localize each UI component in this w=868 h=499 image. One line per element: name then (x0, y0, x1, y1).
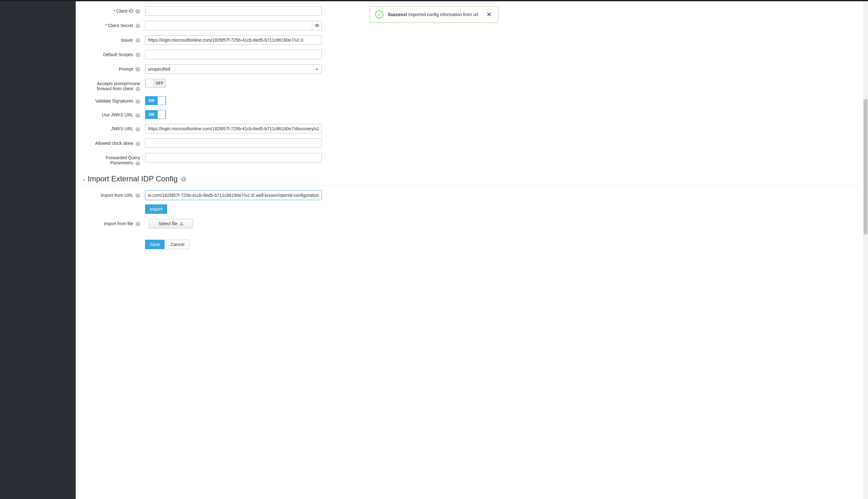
section-import-external-idp[interactable]: ⌄ Import External IDP Config ? (82, 174, 862, 185)
help-icon[interactable]: ? (136, 99, 140, 104)
close-icon[interactable]: ✕ (485, 11, 493, 18)
main-content: *Client ID ? *Client Secret ? Iss (76, 1, 868, 499)
label-import-url: Import from URL ? (82, 191, 145, 198)
label-issuer: Issuer ? (82, 35, 145, 42)
help-icon[interactable]: ? (181, 177, 186, 182)
required-marker: * (105, 23, 107, 28)
field-prompt: Prompt ? unspecified (82, 64, 862, 74)
select-file-button[interactable]: Select file (149, 219, 193, 228)
help-icon[interactable]: ? (136, 127, 140, 132)
help-icon[interactable]: ? (136, 24, 140, 28)
label-prompt: Prompt ? (82, 64, 145, 72)
field-clock-skew: Allowed clock skew ? (82, 138, 862, 148)
field-import-file: Import from file ? Select file (82, 219, 862, 228)
toggle-handle (157, 97, 166, 105)
label-client-secret: *Client Secret ? (82, 21, 145, 28)
action-row: Save Cancel (82, 233, 862, 249)
help-icon[interactable]: ? (136, 67, 140, 72)
label-jwks-url: JWKS URL ? (82, 124, 145, 131)
help-icon[interactable]: ? (136, 87, 140, 91)
field-fwd-query: Forwarded Query Parameters ? (82, 153, 862, 165)
scrollbar[interactable] (863, 1, 868, 499)
required-marker: * (113, 9, 115, 14)
toggle-handle (157, 110, 166, 119)
toggle-handle (145, 79, 154, 87)
field-issuer: Issuer ? (82, 35, 862, 45)
help-icon[interactable]: ? (136, 53, 140, 57)
chevron-down-icon: ⌄ (82, 176, 86, 181)
help-icon[interactable]: ? (136, 142, 140, 146)
cancel-button[interactable]: Cancel (166, 240, 189, 249)
field-accepts-prompt: Accepts prompt=none forward from client … (82, 79, 862, 91)
svg-point-0 (316, 25, 318, 26)
accepts-prompt-toggle[interactable]: OFF (145, 79, 166, 88)
import-url-input[interactable] (145, 191, 322, 200)
sidebar (0, 1, 76, 499)
label-accepts-prompt: Accepts prompt=none forward from client … (82, 79, 145, 91)
toggle-label: ON (145, 112, 157, 117)
field-import-url: Import from URL ? Import (82, 191, 862, 214)
label-clock-skew: Allowed clock skew ? (82, 138, 145, 146)
default-scopes-input[interactable] (145, 50, 322, 59)
field-jwks-url: JWKS URL ? (82, 124, 862, 133)
help-icon[interactable]: ? (136, 161, 140, 166)
jwks-url-input[interactable] (145, 124, 322, 133)
toggle-label: OFF (154, 81, 166, 85)
help-icon[interactable]: ? (136, 193, 140, 198)
help-icon[interactable]: ? (136, 38, 140, 42)
success-alert: Success! Imported config information fro… (370, 6, 498, 23)
fwd-query-input[interactable] (145, 153, 322, 162)
help-icon[interactable]: ? (136, 222, 140, 226)
client-id-input[interactable] (145, 6, 322, 16)
toggle-label: ON (145, 98, 157, 103)
label-import-file: Import from file ? (82, 219, 145, 226)
label-use-jwks: Use JWKS URL ? (82, 110, 145, 117)
issuer-input[interactable] (145, 35, 322, 45)
field-use-jwks: Use JWKS URL ? ON (82, 110, 862, 119)
section-title: Import External IDP Config ? (88, 174, 186, 183)
reveal-secret-icon[interactable] (312, 21, 322, 30)
field-validate-signatures: Validate Signatures ? ON (82, 96, 862, 105)
import-button[interactable]: Import (145, 204, 167, 214)
help-icon[interactable]: ? (136, 113, 140, 118)
save-button[interactable]: Save (145, 240, 164, 249)
use-jwks-toggle[interactable]: ON (145, 110, 166, 119)
label-default-scopes: Default Scopes ? (82, 50, 145, 57)
prompt-select[interactable]: unspecified (145, 64, 322, 74)
validate-signatures-toggle[interactable]: ON (145, 96, 166, 105)
field-default-scopes: Default Scopes ? (82, 50, 862, 59)
label-client-id: *Client ID ? (82, 6, 145, 14)
client-secret-input[interactable] (145, 21, 312, 30)
check-circle-icon (375, 10, 383, 19)
label-validate-signatures: Validate Signatures ? (82, 96, 145, 104)
help-icon[interactable]: ? (136, 9, 140, 14)
label-fwd-query: Forwarded Query Parameters ? (82, 153, 145, 165)
clock-skew-input[interactable] (145, 138, 322, 148)
alert-text: Success! Imported config information fro… (388, 12, 479, 17)
upload-icon (180, 221, 184, 226)
scrollbar-thumb[interactable] (864, 99, 867, 235)
